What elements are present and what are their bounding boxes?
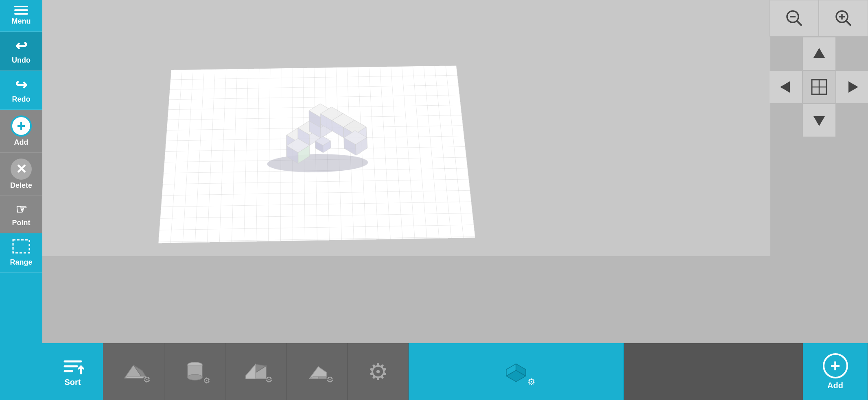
bottom-toolbar: Sort ⚙ ⚙ [42,343,868,400]
point-icon: ☞ [15,202,27,217]
svg-marker-46 [848,81,858,93]
range-button[interactable]: Range [0,233,42,273]
point-label: Point [12,219,31,227]
shape3-button[interactable]: ⚙ [225,343,286,400]
undo-button[interactable]: ↩ Undo [0,32,42,71]
left-sidebar: Menu ↩ Undo ↪ Redo + Add ✕ Delete ☞ Poin… [0,0,42,400]
svg-marker-54 [125,376,146,378]
nav-empty-bl [770,104,802,137]
nav-right-button[interactable] [836,71,868,103]
shape4-icon-container: ⚙ [305,361,329,382]
svg-marker-47 [813,116,825,126]
shape2-button[interactable]: ⚙ [164,343,225,400]
nav-empty-tr [836,37,868,70]
redo-icon: ↪ [15,76,27,93]
delete-button[interactable]: ✕ Delete [0,153,42,196]
nav-up-button[interactable] [803,37,835,70]
toolbar-spacer [624,343,803,400]
shape5-gear-icon: ⚙ [368,359,388,385]
right-controls [770,0,868,137]
shape6-button[interactable]: ⚙ [409,343,624,400]
svg-marker-41 [813,48,825,58]
range-label: Range [10,258,32,267]
shape1-gear-icon: ⚙ [143,375,151,385]
shape5-icon-container: ⚙ [368,359,388,385]
nav-empty-br [836,104,868,137]
sort-label: Sort [65,378,81,387]
toolbar-add-circle: + [823,353,848,378]
point-button[interactable]: ☞ Point [0,196,42,233]
delete-icon: ✕ [11,159,32,180]
shape6-gear-icon: ⚙ [527,377,536,387]
menu-label: Menu [12,17,31,26]
3d-blocks [255,86,380,179]
shape6-cube-icon [502,359,530,384]
nav-center-button[interactable] [803,71,835,103]
redo-button[interactable]: ↪ Redo [0,71,42,110]
nav-grid [770,37,868,137]
nav-left-button[interactable] [770,71,802,103]
main-canvas[interactable] [42,0,770,256]
shape1-button[interactable]: ⚙ [103,343,164,400]
nav-empty-tl [770,37,802,70]
redo-label: Redo [12,95,31,104]
shape3-icon-container: ⚙ [244,361,268,382]
shape3-gear-icon: ⚙ [265,375,273,385]
svg-line-36 [797,21,802,26]
shape4-icon [305,361,329,382]
svg-line-40 [846,21,851,26]
shape4-gear-icon: ⚙ [326,375,334,385]
shape1-icon [122,361,146,382]
shape1-icon-container: ⚙ [122,361,146,382]
shape3-icon [244,361,268,382]
zoom-in-button[interactable] [819,0,868,37]
range-icon [12,239,30,257]
grid-workspace[interactable] [158,65,475,243]
svg-point-57 [188,374,202,380]
shape2-icon [184,360,206,383]
svg-marker-61 [246,364,256,379]
sort-button[interactable]: Sort [42,343,103,400]
menu-button[interactable]: Menu [0,0,42,32]
shape2-icon-container: ⚙ [184,360,206,383]
add-button[interactable]: + Add [0,110,42,153]
toolbar-add-label: Add [827,381,843,390]
svg-marker-42 [780,81,790,93]
add-label: Add [14,138,28,147]
delete-label: Delete [10,181,32,190]
undo-icon: ↩ [15,37,27,54]
sort-icon [61,357,85,375]
undo-label: Undo [12,56,31,65]
zoom-row [770,0,868,37]
shape5-button[interactable]: ⚙ [348,343,409,400]
toolbar-add-button[interactable]: + Add [803,343,868,400]
zoom-out-button[interactable] [770,0,819,37]
shape2-gear-icon: ⚙ [203,376,210,385]
hamburger-icon [14,6,28,15]
shape6-icon-container: ⚙ [502,359,530,384]
svg-rect-0 [13,240,29,253]
add-circle-icon: + [11,115,32,137]
svg-point-3 [267,153,369,173]
shape4-button[interactable]: ⚙ [286,343,348,400]
nav-down-button[interactable] [803,104,835,137]
